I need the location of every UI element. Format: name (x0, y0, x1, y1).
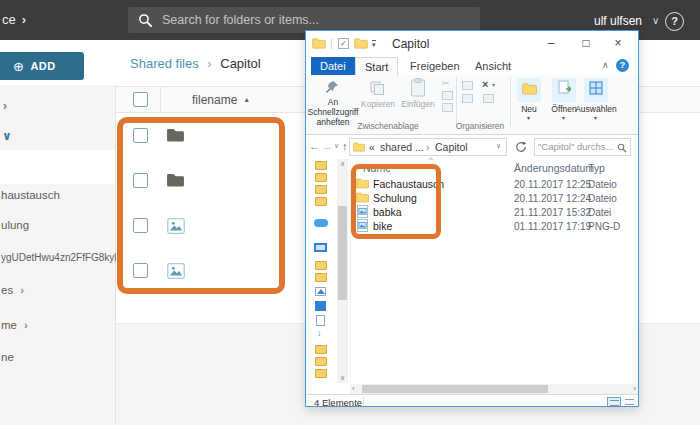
sidebar-item[interactable]: haustausch (1, 189, 60, 201)
sidebar-expand-chevron-icon[interactable]: ∨ (2, 129, 12, 143)
new-button-label[interactable]: Neu (509, 104, 549, 114)
scroll-down-icon[interactable]: ∨ (337, 374, 348, 382)
select-dropdown-icon[interactable]: ▾ (594, 114, 597, 121)
tab-ansicht[interactable]: Ansicht (466, 57, 520, 75)
recent-locations-dropdown-icon[interactable]: ∨ (334, 142, 339, 150)
nav-folder-icon[interactable] (315, 369, 327, 378)
up-button[interactable]: ↑ (342, 140, 348, 152)
cut-icon[interactable]: ✂ (442, 78, 450, 88)
delete-icon[interactable]: × (482, 78, 488, 90)
nav-scrollbar-thumb[interactable] (338, 206, 347, 300)
add-button[interactable]: ⊕ADD (0, 52, 84, 80)
address-bar[interactable]: « shared ... › Capitol ∨ (349, 138, 507, 156)
onedrive-cloud-icon[interactable] (314, 219, 328, 227)
filename-header-label: filename (192, 93, 237, 107)
large-icons-view-button[interactable] (623, 397, 637, 408)
pictures-icon[interactable] (315, 287, 326, 296)
pin-icon[interactable] (325, 79, 340, 94)
copy-icon[interactable] (370, 81, 385, 95)
explorer-search-box[interactable]: "Capitol" durchs... (534, 138, 631, 156)
details-view-button[interactable] (607, 397, 621, 408)
explorer-file-type: Dateio (588, 193, 617, 204)
desktop-icon[interactable] (315, 301, 326, 311)
crumb-text: ce (2, 12, 16, 27)
explorer-window: | ✓ ▾ Capitol – □ × Datei Start Freigebe… (305, 30, 639, 407)
rename-icon[interactable] (483, 94, 494, 103)
sidebar-collapse-chevron-icon[interactable]: › (3, 99, 7, 113)
nav-folder-icon[interactable] (315, 261, 327, 270)
horizontal-scrollbar-thumb[interactable] (362, 385, 548, 393)
user-menu[interactable]: ulf ulfsen (594, 14, 642, 28)
sidebar-item-label: ulung (1, 219, 29, 231)
copy-button-label[interactable]: Kopieren (358, 99, 398, 109)
nav-folder-icon[interactable] (315, 173, 327, 182)
sidebar-item[interactable]: me› (1, 319, 28, 331)
close-button[interactable]: × (605, 32, 631, 54)
explorer-file-type: Dateio (588, 179, 617, 190)
topbar-breadcrumb-partial[interactable]: ce› (2, 12, 26, 27)
delete-dropdown-icon[interactable]: ▾ (492, 81, 495, 88)
path-parent-segment[interactable]: shared ... (380, 141, 424, 153)
sidebar-item[interactable]: ulung (1, 219, 29, 231)
sidebar-item-label: haustausch (1, 189, 60, 201)
open-dropdown-icon[interactable]: ▾ (562, 114, 565, 121)
nav-folder-icon[interactable] (315, 345, 327, 354)
sidebar-item[interactable]: ne (1, 351, 14, 363)
filename-column-header[interactable]: filename▲ (192, 93, 250, 107)
tab-datei[interactable]: Datei (311, 57, 355, 75)
sidebar-item-label: es (1, 284, 13, 296)
new-dropdown-icon[interactable]: ▾ (527, 114, 530, 121)
select-grid-icon (589, 81, 603, 95)
select-button-label[interactable]: Auswählen (568, 104, 624, 114)
ribbon-collapse-icon[interactable]: ∧ (602, 60, 609, 70)
this-pc-icon[interactable] (314, 243, 327, 252)
column-header-type[interactable]: Typ (588, 162, 605, 174)
explorer-help-icon[interactable]: ? (616, 59, 629, 72)
nav-folder-icon[interactable] (315, 357, 327, 366)
forward-button[interactable]: → (322, 140, 333, 152)
nav-folder-icon[interactable] (315, 185, 327, 194)
path-overflow-icon[interactable]: « (369, 141, 375, 153)
open-button[interactable] (552, 78, 576, 102)
maximize-button[interactable]: □ (573, 32, 599, 54)
breadcrumb-parent[interactable]: Shared files (130, 56, 199, 71)
sidebar-selected-item[interactable] (0, 150, 115, 184)
nav-scrollbar[interactable]: ∧ ∨ (337, 159, 348, 383)
column-header-date[interactable]: Änderungsdatum (514, 162, 594, 174)
nav-folder-icon[interactable] (315, 197, 327, 206)
copy-to-icon[interactable] (462, 94, 473, 103)
new-button[interactable] (517, 78, 541, 102)
refresh-icon[interactable] (515, 141, 527, 153)
tab-freigeben[interactable]: Freigeben (401, 57, 469, 75)
minimize-button[interactable]: – (538, 32, 564, 54)
help-icon[interactable]: ? (665, 12, 684, 31)
path-current-segment[interactable]: Capitol (435, 141, 468, 153)
scroll-right-icon[interactable]: › (633, 384, 636, 394)
nav-folder-icon[interactable] (315, 161, 327, 170)
paste-shortcut-icon[interactable] (442, 103, 453, 112)
horizontal-scrollbar[interactable]: ‹ › (350, 384, 638, 394)
quick-access-folder-icon[interactable] (354, 38, 368, 49)
paste-button-label[interactable]: Einfügen (398, 99, 438, 109)
select-all-checkbox[interactable] (133, 92, 148, 107)
scroll-left-icon[interactable]: ‹ (352, 384, 355, 394)
move-to-icon[interactable] (462, 81, 473, 90)
sidebar-item[interactable]: es› (1, 284, 24, 296)
customize-toolbar-icon[interactable]: ▾ (372, 40, 376, 48)
paste-icon[interactable] (410, 78, 426, 97)
nav-folder-icon[interactable] (315, 273, 327, 282)
documents-icon[interactable] (316, 315, 325, 326)
select-button[interactable] (584, 78, 608, 102)
group-separator (456, 77, 457, 127)
add-button-label: ADD (30, 60, 55, 72)
back-button[interactable]: ← (309, 140, 320, 152)
tab-start[interactable]: Start (355, 57, 398, 76)
quick-access-check-icon[interactable]: ✓ (338, 38, 349, 49)
path-chevron-icon[interactable]: › (426, 141, 430, 153)
scroll-up-icon[interactable]: ∧ (337, 160, 348, 168)
copy-path-icon[interactable] (442, 91, 453, 100)
chevron-down-icon[interactable]: ∨ (652, 15, 659, 26)
downloads-icon[interactable]: ↓ (317, 328, 322, 338)
sidebar-item-label: me (1, 319, 17, 331)
address-dropdown-icon[interactable]: ∨ (496, 142, 501, 150)
